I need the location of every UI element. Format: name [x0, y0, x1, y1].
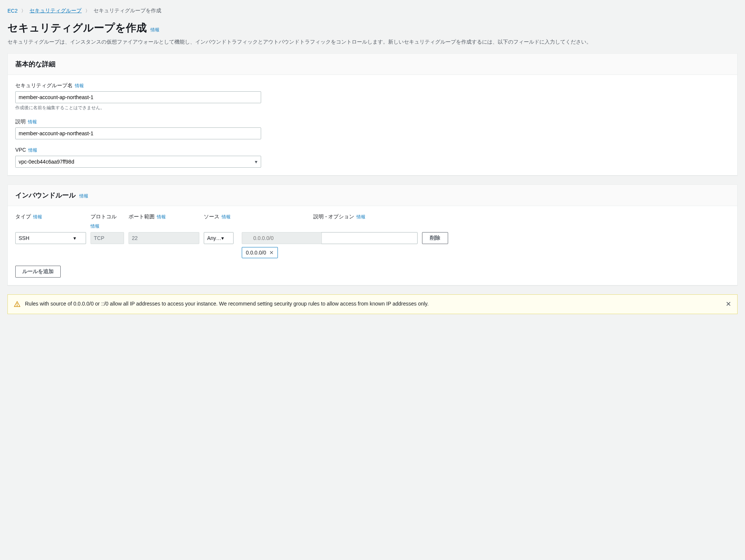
caret-down-icon: ▾ — [73, 235, 76, 241]
rule-source-type-select[interactable]: Any… ▾ — [204, 232, 234, 244]
rule-port-field: 22 — [129, 232, 199, 244]
breadcrumb-security-groups[interactable]: セキュリティグループ — [29, 7, 82, 14]
page-description: セキュリティグループは、インスタンスの仮想ファイアウォールとして機能し、インバウ… — [7, 38, 738, 46]
sg-desc-input[interactable] — [15, 127, 261, 139]
inbound-rules-panel: インバウンドルール 情報 タイプ 情報 プロトコル 情報 ポート範囲 情報 ソー… — [7, 184, 738, 285]
svg-point-3 — [17, 306, 17, 306]
sg-name-input[interactable] — [15, 91, 261, 103]
info-link[interactable]: 情報 — [91, 223, 99, 230]
close-icon[interactable]: ✕ — [726, 300, 731, 308]
rules-header-row: タイプ 情報 プロトコル 情報 ポート範囲 情報 ソース 情報 説明 - オプシ… — [15, 213, 730, 230]
chevron-right-icon: 〉 — [21, 8, 26, 14]
basic-details-title: 基本的な詳細 — [15, 60, 56, 69]
delete-rule-button[interactable]: 削除 — [422, 232, 448, 244]
inbound-rules-title: インバウンドルール — [15, 191, 76, 200]
info-link[interactable]: 情報 — [33, 214, 42, 220]
rule-row: SSH ▾ TCP 22 Any… ▾ — [15, 232, 730, 258]
info-link[interactable]: 情報 — [222, 214, 231, 220]
chevron-right-icon: 〉 — [85, 8, 90, 14]
rule-source-type-value: Any… — [207, 235, 221, 241]
panel-header-inbound: インバウンドルール 情報 — [8, 185, 737, 206]
rule-type-select[interactable]: SSH ▾ — [15, 232, 86, 244]
col-desc: 説明 - オプション — [313, 213, 354, 220]
col-type: タイプ — [15, 213, 31, 220]
breadcrumb-ec2[interactable]: EC2 — [7, 8, 18, 14]
info-link[interactable]: 情報 — [75, 83, 84, 89]
rule-port-value: 22 — [132, 235, 138, 241]
sg-desc-label: 説明 — [15, 118, 26, 125]
sg-name-help: 作成後に名前を編集することはできません。 — [15, 105, 730, 111]
info-link[interactable]: 情報 — [356, 214, 365, 220]
info-link[interactable]: 情報 — [150, 27, 159, 33]
info-link[interactable]: 情報 — [28, 119, 37, 125]
rule-protocol-field: TCP — [91, 232, 124, 244]
basic-details-panel: 基本的な詳細 セキュリティグループ名 情報 作成後に名前を編集することはできませ… — [7, 53, 738, 175]
sg-name-label: セキュリティグループ名 — [15, 82, 73, 89]
remove-token-icon[interactable]: ✕ — [269, 250, 274, 256]
breadcrumb: EC2 〉 セキュリティグループ 〉 セキュリティグループを作成 — [7, 7, 738, 14]
warning-alert: Rules with source of 0.0.0.0/0 or ::/0 a… — [7, 294, 738, 314]
info-link[interactable]: 情報 — [28, 147, 37, 154]
page-title-text: セキュリティグループを作成 — [7, 21, 147, 35]
source-cidr-token: 0.0.0.0/0 ✕ — [242, 247, 278, 258]
add-rule-button[interactable]: ルールを追加 — [15, 266, 61, 278]
warning-icon — [14, 301, 20, 309]
info-link[interactable]: 情報 — [157, 214, 166, 220]
warning-message: Rules with source of 0.0.0.0/0 or ::/0 a… — [25, 300, 721, 308]
col-protocol: プロトコル — [91, 213, 117, 220]
rule-source-search[interactable] — [242, 232, 322, 244]
rule-type-value: SSH — [19, 235, 29, 241]
col-port: ポート範囲 — [129, 213, 155, 220]
info-link[interactable]: 情報 — [79, 193, 88, 199]
caret-down-icon: ▾ — [221, 235, 224, 241]
vpc-label: VPC — [15, 147, 26, 153]
source-cidr-value: 0.0.0.0/0 — [246, 250, 266, 256]
breadcrumb-current: セキュリティグループを作成 — [93, 7, 161, 14]
col-source: ソース — [204, 213, 219, 220]
rule-desc-input[interactable] — [313, 232, 418, 244]
rule-protocol-value: TCP — [94, 235, 104, 241]
page-title: セキュリティグループを作成 情報 — [7, 21, 738, 35]
panel-header-basic: 基本的な詳細 — [8, 54, 737, 75]
vpc-select[interactable] — [15, 156, 261, 168]
